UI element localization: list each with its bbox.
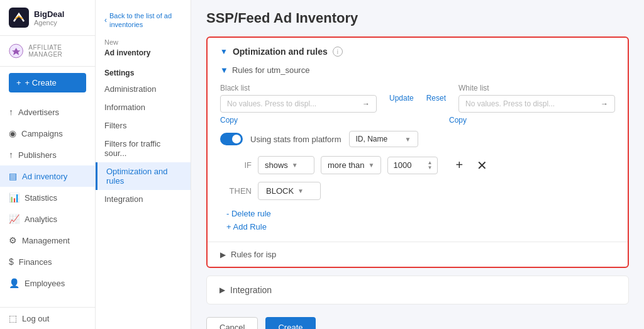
remove-condition-button[interactable]: ✕ <box>473 157 491 174</box>
integration-header[interactable]: ▶ Integration <box>207 276 628 304</box>
stats-platform-select[interactable]: ID, Name ▼ <box>349 131 418 147</box>
rules-isp-label: Rules for isp <box>231 250 276 259</box>
then-label: THEN <box>226 186 252 196</box>
black-list-label: Black list <box>220 84 377 92</box>
back-link[interactable]: ‹ Back to the list of ad inventories <box>96 6 191 35</box>
then-action-select[interactable]: BLOCK ▼ <box>258 182 321 200</box>
logout-button[interactable]: ⬚ Log out <box>0 307 95 329</box>
logout-icon: ⬚ <box>9 313 17 323</box>
if-operator-select[interactable]: more than ▼ <box>321 156 381 174</box>
cancel-button[interactable]: Cancel <box>206 317 258 329</box>
sub-nav-information[interactable]: Information <box>96 98 191 116</box>
logout-label: Log out <box>22 314 49 323</box>
publishers-label: Publishers <box>18 150 57 160</box>
sub-nav-filters[interactable]: Filters <box>96 116 191 135</box>
white-list-input[interactable]: No values. Press to displ... → <box>458 95 615 113</box>
white-list-arrow-icon: → <box>601 99 608 108</box>
update-link[interactable]: Update <box>389 94 414 103</box>
then-row: THEN BLOCK ▼ <box>220 182 615 200</box>
publishers-icon: ↑ <box>9 150 13 160</box>
rules-isp-chevron-right-icon: ▶ <box>220 250 226 259</box>
list-center-actions: Update Reset <box>383 94 452 103</box>
number-spinner[interactable]: ▲ ▼ <box>428 160 433 170</box>
new-label: New <box>96 35 191 48</box>
section-chevron-down-icon: ▼ <box>220 47 228 56</box>
black-list-column: Black list No values. Press to displ... … <box>220 84 377 113</box>
ad-inventory-icon: ▤ <box>9 171 17 181</box>
then-chevron-down-icon: ▼ <box>297 187 304 194</box>
sub-nav-optimization-rules[interactable]: Optimization and rules <box>96 162 191 190</box>
spinner-down-icon[interactable]: ▼ <box>428 165 433 170</box>
if-operator-chevron-icon: ▼ <box>369 162 375 169</box>
copy-black-list-link[interactable]: Copy <box>220 116 238 125</box>
management-icon: ⚙ <box>9 235 17 245</box>
reset-link[interactable]: Reset <box>426 94 446 103</box>
ad-inventory-label: Ad inventory <box>22 172 67 181</box>
add-condition-button[interactable]: + <box>450 157 468 174</box>
stats-value: ID, Name <box>356 135 388 143</box>
back-chevron-icon: ‹ <box>104 16 107 25</box>
affiliate-icon <box>9 42 23 60</box>
sidebar-item-advertisers[interactable]: ↑ Advertisers <box>0 101 95 123</box>
create-plus-icon: + <box>16 78 21 87</box>
info-icon[interactable]: i <box>333 47 343 57</box>
analytics-icon: 📈 <box>9 214 19 224</box>
optimization-section-header[interactable]: ▼ Optimization and rules i <box>208 38 628 65</box>
list-row: Black list No values. Press to displ... … <box>220 84 615 113</box>
if-label: IF <box>226 160 252 170</box>
sidebar-item-publishers[interactable]: ↑ Publishers <box>0 144 95 165</box>
rules-utm-section: ▼ Rules for utm_source Black list No val… <box>208 65 628 242</box>
sidebar-item-ad-inventory[interactable]: ▤ Ad inventory <box>0 165 95 187</box>
sub-nav-administration[interactable]: Administration <box>96 80 191 98</box>
sub-nav-integration[interactable]: Integration <box>96 190 191 208</box>
create-submit-button[interactable]: Create <box>265 317 315 329</box>
back-text: Back to the list of ad inventories <box>109 11 182 30</box>
copy-white-list-link[interactable]: Copy <box>449 116 467 125</box>
optimization-title: Optimization and rules <box>233 47 328 57</box>
finances-label: Finances <box>19 257 52 267</box>
then-value: BLOCK <box>266 186 294 196</box>
affiliate-section: AFFILIATE MANAGER <box>0 36 95 67</box>
employees-icon: 👤 <box>9 278 19 288</box>
rule-actions: + ✕ <box>450 157 491 174</box>
rules-isp-section[interactable]: ▶ Rules for isp <box>208 242 628 267</box>
sub-sidebar: ‹ Back to the list of ad inventories New… <box>96 0 191 329</box>
black-list-placeholder: No values. Press to displ... <box>227 99 316 108</box>
create-button[interactable]: + + Create <box>9 73 86 92</box>
sidebar-item-analytics[interactable]: 📈 Analytics <box>0 208 95 230</box>
finances-icon: $ <box>9 257 14 267</box>
campaigns-label: Campaigns <box>21 129 63 138</box>
create-label: + Create <box>25 78 57 87</box>
ad-inventory-sub-label: Ad inventory <box>96 48 191 64</box>
add-rule-link[interactable]: + Add Rule <box>226 222 615 231</box>
statistics-label: Statistics <box>25 193 57 203</box>
if-row: IF shows ▼ more than ▼ 1000 ▲ ▼ <box>220 156 615 174</box>
sidebar-item-management[interactable]: ⚙ Management <box>0 230 95 251</box>
bottom-actions: Cancel Create <box>206 312 629 329</box>
black-list-input[interactable]: No values. Press to displ... → <box>220 95 377 113</box>
management-label: Management <box>22 236 70 245</box>
sub-nav-filters-traffic[interactable]: Filters for traffic sour... <box>96 135 191 162</box>
if-number-value: 1000 <box>393 160 411 170</box>
if-condition-select[interactable]: shows ▼ <box>258 156 314 174</box>
svg-rect-0 <box>9 8 29 28</box>
sidebar-item-finances[interactable]: $ Finances <box>0 251 95 272</box>
optimization-card: ▼ Optimization and rules i ▼ Rules for u… <box>206 36 629 268</box>
logo-area: BigDeal Agency <box>0 0 95 36</box>
employees-label: Employees <box>25 279 65 288</box>
campaigns-icon: ◉ <box>9 128 16 138</box>
delete-rule-link[interactable]: - Delete rule <box>226 209 615 218</box>
sidebar-item-employees[interactable]: 👤 Employees <box>0 272 95 294</box>
settings-section-label: Settings <box>96 64 191 80</box>
white-list-placeholder: No values. Press to displ... <box>465 99 555 108</box>
stats-toggle[interactable] <box>220 133 243 145</box>
stats-row: Using stats from platform ID, Name ▼ <box>220 131 615 147</box>
statistics-icon: 📊 <box>9 192 19 203</box>
analytics-label: Analytics <box>25 215 57 224</box>
advertisers-label: Advertisers <box>18 108 59 117</box>
if-value-input[interactable]: 1000 ▲ ▼ <box>387 157 438 174</box>
sidebar-item-campaigns[interactable]: ◉ Campaigns <box>0 123 95 144</box>
sidebar-item-statistics[interactable]: 📊 Statistics <box>0 187 95 208</box>
rules-utm-header[interactable]: ▼ Rules for utm_source <box>220 65 615 75</box>
black-list-arrow-icon: → <box>362 99 370 108</box>
